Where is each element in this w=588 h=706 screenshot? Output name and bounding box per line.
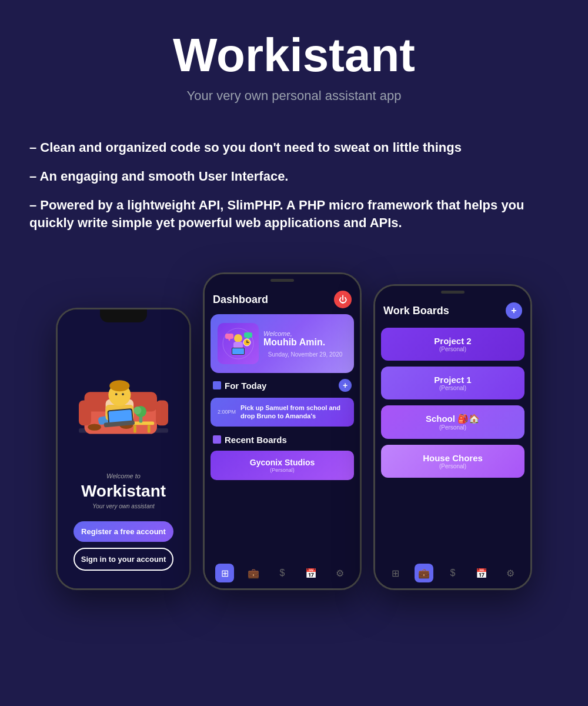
board-name-0: Project 2 bbox=[390, 336, 515, 346]
svg-rect-6 bbox=[133, 425, 136, 432]
welcome-small-text: Welcome to bbox=[106, 472, 141, 479]
svg-rect-3 bbox=[79, 401, 91, 426]
feature-item-2: – An engaging and smooth User Interface. bbox=[29, 168, 559, 186]
page-title: Workistant bbox=[24, 29, 564, 81]
task-item: 2:00PM Pick up Samuel from school and dr… bbox=[211, 398, 354, 427]
speaker-mid bbox=[270, 279, 294, 282]
add-board-button[interactable]: + bbox=[506, 302, 522, 319]
svg-rect-31 bbox=[244, 332, 252, 338]
recent-boards-title: Recent Boards bbox=[213, 435, 287, 445]
nav-home[interactable]: ⊞ bbox=[215, 564, 234, 582]
nav-briefcase[interactable]: 💼 bbox=[244, 564, 263, 582]
person-couch-illustration bbox=[68, 339, 179, 451]
bottom-nav-right: ⊞ 💼 $ 📅 ⚙ bbox=[375, 558, 530, 588]
boards-title: Work Boards bbox=[383, 305, 449, 317]
board-name-3: House Chores bbox=[390, 453, 515, 463]
for-today-header: For Today + bbox=[205, 373, 360, 395]
banner-date: Sunday, November 29, 2020 bbox=[263, 351, 347, 358]
board-card-sub: (Personal) bbox=[218, 467, 347, 473]
task-time: 2:00PM bbox=[218, 409, 236, 415]
svg-point-18 bbox=[109, 380, 129, 391]
board-sub-3: (Personal) bbox=[390, 463, 515, 469]
board-item-1[interactable]: Project 1 (Personal) bbox=[381, 367, 524, 399]
board-name-2: School 🎒🏠 bbox=[390, 414, 515, 424]
svg-rect-4 bbox=[156, 401, 168, 426]
welcome-tagline: Your very own assistant bbox=[92, 503, 155, 509]
for-today-title: For Today bbox=[213, 381, 266, 391]
phone-left-inner: Welcome to Workistant Your very own assi… bbox=[58, 309, 189, 588]
register-button[interactable]: Register a free account bbox=[74, 521, 173, 542]
phones-section: Welcome to Workistant Your very own assi… bbox=[0, 255, 588, 614]
notch-left bbox=[100, 309, 147, 322]
svg-rect-29 bbox=[225, 334, 233, 339]
svg-rect-7 bbox=[148, 425, 151, 432]
board-sub-2: (Personal) bbox=[390, 424, 515, 431]
banner-name: Mouhib Amin. bbox=[263, 337, 347, 348]
rnav-calendar[interactable]: 📅 bbox=[472, 564, 491, 582]
nav-calendar[interactable]: 📅 bbox=[302, 564, 320, 582]
features-section: – Clean and organized code so you don't … bbox=[0, 133, 588, 255]
board-item-0[interactable]: Project 2 (Personal) bbox=[381, 328, 524, 361]
rnav-dollar[interactable]: $ bbox=[443, 564, 462, 582]
add-task-button[interactable]: + bbox=[339, 379, 352, 392]
svg-point-10 bbox=[133, 407, 141, 414]
phone-dashboard: Dashboard ⏻ bbox=[203, 272, 362, 590]
board-sub-1: (Personal) bbox=[390, 385, 515, 391]
recent-boards-header: Recent Boards bbox=[205, 429, 360, 448]
welcome-banner: Welcome, Mouhib Amin. Sunday, November 2… bbox=[211, 314, 354, 373]
board-card-name: Gyconix Studios bbox=[218, 458, 347, 467]
phone-right-inner: Work Boards + Project 2 (Personal) Proje… bbox=[375, 286, 530, 588]
avatar-illustration bbox=[222, 328, 255, 360]
svg-point-20 bbox=[122, 393, 124, 395]
recent-board-card[interactable]: Gyconix Studios (Personal) bbox=[211, 451, 354, 480]
header-section: Workistant Your very own personal assist… bbox=[0, 0, 588, 133]
speaker-right bbox=[441, 291, 465, 294]
signin-button[interactable]: Sign in to your account bbox=[74, 548, 173, 571]
board-sub-0: (Personal) bbox=[390, 346, 515, 352]
rnav-settings[interactable]: ⚙ bbox=[501, 564, 520, 582]
phone-welcome: Welcome to Workistant Your very own assi… bbox=[56, 308, 191, 590]
board-item-3[interactable]: House Chores (Personal) bbox=[381, 445, 524, 478]
welcome-app-name: Workistant bbox=[81, 482, 166, 501]
banner-welcome: Welcome, bbox=[263, 330, 347, 337]
phone-workboards: Work Boards + Project 2 (Personal) Proje… bbox=[373, 284, 532, 590]
banner-avatar bbox=[218, 323, 259, 364]
board-name-1: Project 1 bbox=[390, 375, 515, 385]
feature-item-3: – Powered by a lightweight API, SlimPHP.… bbox=[29, 197, 559, 233]
board-item-2[interactable]: School 🎒🏠 (Personal) bbox=[381, 405, 524, 439]
nav-settings[interactable]: ⚙ bbox=[330, 564, 349, 582]
svg-point-25 bbox=[234, 334, 242, 342]
dashboard-title: Dashboard bbox=[213, 294, 268, 306]
boards-section-icon bbox=[213, 435, 221, 444]
rnav-home[interactable]: ⊞ bbox=[386, 564, 405, 582]
nav-dollar[interactable]: $ bbox=[273, 564, 292, 582]
bottom-nav-mid: ⊞ 💼 $ 📅 ⚙ bbox=[205, 558, 360, 588]
power-button[interactable]: ⏻ bbox=[334, 291, 352, 308]
svg-marker-30 bbox=[228, 339, 230, 341]
task-desc: Pick up Samuel from school and drop Brun… bbox=[240, 404, 347, 421]
feature-item-1: – Clean and organized code so you don't … bbox=[29, 139, 559, 157]
section-icon bbox=[213, 381, 221, 389]
illustration-area bbox=[58, 327, 189, 462]
recent-boards-label: Recent Boards bbox=[225, 435, 287, 445]
for-today-label: For Today bbox=[225, 381, 266, 391]
rnav-briefcase[interactable]: 💼 bbox=[415, 564, 433, 582]
svg-rect-28 bbox=[232, 348, 244, 354]
banner-text: Welcome, Mouhib Amin. Sunday, November 2… bbox=[263, 330, 347, 358]
page-subtitle: Your very own personal assistant app bbox=[24, 88, 564, 104]
svg-point-19 bbox=[115, 393, 118, 395]
phone-mid-inner: Dashboard ⏻ bbox=[205, 274, 360, 588]
svg-point-14 bbox=[88, 424, 101, 431]
